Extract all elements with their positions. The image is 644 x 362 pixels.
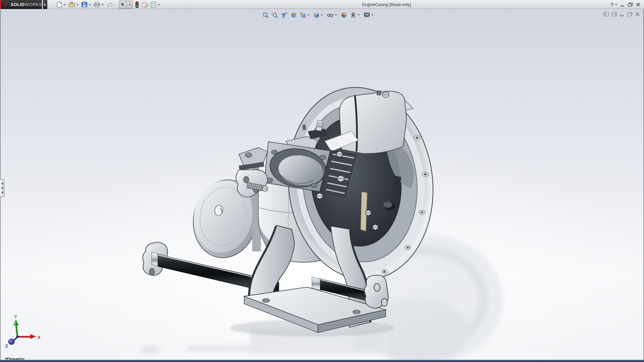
help-icon: ? [610, 2, 613, 7]
display-style-icon [313, 12, 320, 18]
section-view-button[interactable] [290, 12, 298, 18]
previous-view-icon [281, 12, 288, 18]
new-document-icon [56, 1, 62, 8]
zoom-to-area-icon [272, 12, 278, 18]
status-bar [0, 360, 644, 362]
triad-x-label: X [38, 335, 41, 340]
display-style-dropdown-icon[interactable] [321, 14, 323, 16]
note-pencil-icon [142, 1, 148, 8]
title-bar: SOLIDWORKS [0, 0, 644, 9]
internal-hex-bolt [366, 210, 371, 216]
toggle-right-pane-button[interactable] [611, 12, 617, 17]
window-controls: ? [610, 0, 641, 9]
undo-arrow-icon [106, 1, 113, 8]
toggle-left-pane-button[interactable] [603, 12, 609, 17]
view-settings-icon [364, 12, 371, 18]
undo-button[interactable] [106, 1, 117, 9]
cover-hex-bolt [383, 92, 389, 98]
base-hole [353, 310, 360, 314]
base-hole [262, 299, 270, 303]
previous-view-button[interactable] [280, 12, 288, 18]
main-toolbar [55, 0, 162, 9]
collapse-arrow-icon [1, 182, 3, 185]
close-document-button[interactable] [635, 12, 640, 17]
headsup-view-toolbar [261, 11, 376, 19]
view-orientation-icon [300, 12, 307, 18]
internal-hex-bolt [373, 224, 378, 230]
minimize-document-button[interactable] [620, 12, 625, 17]
document-window-controls [603, 12, 640, 17]
zoom-to-fit-icon [262, 12, 269, 18]
status-separator [638, 360, 638, 362]
feature-tree-collapse-tab[interactable] [0, 179, 4, 197]
print-dropdown-icon[interactable] [102, 4, 104, 5]
flange-hole [271, 150, 277, 155]
help-button[interactable]: ? [610, 2, 618, 7]
status-separator [590, 360, 591, 362]
fin-hex-bolt [336, 151, 342, 157]
collapse-arrow-icon [1, 191, 3, 194]
view-orientation-button[interactable] [299, 12, 311, 18]
apply-scene-dropdown-icon[interactable] [358, 14, 360, 16]
collapse-arrow-icon [1, 187, 3, 189]
help-dropdown-icon[interactable] [615, 4, 617, 5]
triad-z-label: Z [5, 344, 8, 349]
triad-y-label: Y [14, 314, 17, 319]
zoom-to-fit-button[interactable] [262, 12, 270, 18]
triad-z-ball [8, 339, 14, 345]
brand-works: WORKS [24, 2, 42, 7]
section-view-icon [290, 12, 297, 18]
undo-dropdown-icon[interactable] [114, 4, 116, 5]
engine-casing-model[interactable]: Y X Z [0, 9, 644, 360]
options-dropdown-icon[interactable] [158, 4, 160, 5]
brand-solid: SOLID [10, 2, 24, 7]
eyeglasses-icon [327, 12, 334, 18]
select-dropdown[interactable] [126, 1, 132, 8]
graphics-viewport[interactable]: Y X Z [0, 9, 644, 360]
open-folder-icon [68, 1, 75, 8]
select-button[interactable] [119, 1, 133, 9]
flange-hole [320, 155, 326, 160]
rebuild-button[interactable] [134, 1, 140, 9]
options-checklist-icon [150, 1, 157, 8]
mount-lug[interactable] [236, 147, 268, 197]
file-properties-button[interactable] [141, 1, 149, 9]
solidworks-logo[interactable]: SOLIDWORKS [0, 0, 42, 9]
save-floppy-icon [81, 1, 88, 8]
restore-button[interactable] [628, 2, 633, 7]
document-title: EngineCasing [Read-only] [362, 0, 411, 9]
traffic-light-icon [135, 1, 140, 8]
close-button[interactable] [636, 2, 641, 7]
hide-show-dropdown-icon[interactable] [335, 14, 337, 16]
minimize-button[interactable] [620, 2, 625, 7]
options-button[interactable] [150, 1, 161, 9]
carb-flange[interactable] [264, 142, 330, 192]
new-dropdown-icon[interactable] [64, 4, 66, 5]
apply-scene-button[interactable] [350, 12, 362, 18]
restore-document-button[interactable] [627, 12, 633, 17]
appearance-ball-icon [341, 12, 347, 18]
view-orientation-dropdown-icon[interactable] [308, 14, 310, 16]
new-document-button[interactable] [56, 1, 67, 9]
display-style-button[interactable] [313, 12, 325, 18]
flyout-arrow-icon [44, 3, 46, 6]
view-settings-dropdown-icon[interactable] [372, 14, 374, 16]
print-button[interactable] [93, 1, 105, 9]
menu-flyout-button[interactable] [43, 0, 47, 9]
save-dropdown-icon[interactable] [89, 4, 91, 5]
select-dropdown-icon [129, 4, 131, 5]
open-button[interactable] [68, 1, 79, 9]
select-cursor-icon [119, 1, 125, 8]
view-settings-button[interactable] [363, 12, 375, 18]
open-dropdown-icon[interactable] [76, 4, 78, 5]
apply-scene-icon [350, 12, 357, 18]
reference-triad: Y X Z [5, 314, 41, 349]
edit-appearance-button[interactable] [340, 12, 348, 18]
hide-show-items-button[interactable] [326, 12, 339, 18]
fin-hex-bolt [317, 193, 323, 199]
left-axle-rod [158, 254, 258, 290]
ds-swoosh-icon [3, 2, 9, 8]
save-button[interactable] [81, 1, 92, 9]
zoom-to-area-button[interactable] [271, 12, 279, 18]
fin-hex-bolt [337, 175, 344, 182]
